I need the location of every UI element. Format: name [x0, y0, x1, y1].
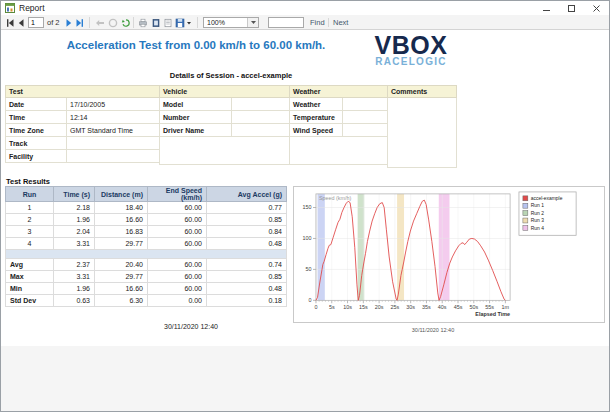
cell: 3: [6, 226, 54, 238]
cell: 0.85: [207, 271, 287, 283]
export-button[interactable]: [174, 17, 193, 28]
svg-text:40s: 40s: [438, 304, 447, 310]
cell: Avg: [6, 259, 54, 271]
summary-row: Max3.3129.7760.000.85: [6, 271, 287, 283]
separator-cell: [6, 250, 287, 259]
find-button[interactable]: Find: [310, 18, 325, 27]
stop-rendering-button[interactable]: [107, 17, 119, 28]
field-value: [232, 111, 291, 124]
report-window: Report of 2 100% Find Next: [0, 0, 610, 412]
cell: 6.30: [95, 295, 148, 307]
svg-text:50: 50: [306, 266, 312, 272]
cell: 1: [6, 202, 54, 214]
maximize-button[interactable]: [559, 1, 584, 15]
svg-text:Run 2: Run 2: [531, 211, 544, 216]
comments-group-header: Comments: [388, 86, 457, 98]
session-heading: Details of Session - accel-example: [5, 71, 457, 80]
session-vehicle-table: Vehicle Model Number Driver Name: [159, 85, 291, 165]
cell: Max: [6, 271, 54, 283]
report-page: Acceleration Test from 0.00 km/h to 60.0…: [1, 30, 609, 411]
page-count-label: of 2: [47, 18, 60, 27]
cell: 60.00: [148, 271, 207, 283]
test-group-header: Test: [6, 86, 161, 98]
cell: 60.00: [148, 202, 207, 214]
cell: 0.74: [207, 259, 287, 271]
session-comments-table: Comments: [387, 85, 457, 168]
next-button[interactable]: Next: [333, 18, 348, 27]
field-label: Track: [6, 137, 67, 150]
cell: 1.96: [54, 214, 95, 226]
field-value: [343, 98, 389, 111]
summary-row: Min1.9616.6060.000.48: [6, 283, 287, 295]
zoom-select[interactable]: 100%: [203, 17, 259, 28]
toolbar-separator: [133, 17, 134, 28]
refresh-button[interactable]: [120, 17, 132, 28]
svg-text:0: 0: [314, 304, 317, 310]
svg-text:Elapsed Time: Elapsed Time: [475, 311, 510, 317]
column-header: End Speed (km/h): [148, 187, 207, 202]
session-row: Weather: [290, 98, 389, 111]
previous-page-button[interactable]: [15, 17, 27, 28]
cell: 60.00: [148, 226, 207, 238]
report-title: Acceleration Test from 0.00 km/h to 60.0…: [11, 39, 381, 51]
svg-text:150: 150: [303, 204, 312, 210]
toolbar-separator: [197, 17, 198, 28]
summary-row: Std Dev0.636.300.000.18: [6, 295, 287, 307]
session-row: [160, 137, 291, 165]
results-row: 21.9616.6060.000.85: [6, 214, 287, 226]
cell: 2.18: [54, 202, 95, 214]
session-row: [388, 98, 457, 168]
field-label: Weather: [290, 98, 343, 111]
page-background-end: [1, 346, 609, 411]
separator-row: [6, 250, 287, 259]
cell: 16.60: [95, 283, 148, 295]
minimize-button[interactable]: [534, 1, 559, 15]
cell: 29.77: [95, 238, 148, 250]
vbox-racelogic-logo: VBOX RACELOGIC: [364, 33, 458, 67]
field-label: Facility: [6, 150, 67, 163]
field-label: Driver Name: [160, 124, 232, 137]
cell: 3.31: [54, 238, 95, 250]
svg-text:10s: 10s: [343, 304, 352, 310]
svg-text:45s: 45s: [454, 304, 463, 310]
cell: 16.60: [95, 214, 148, 226]
empty-cell: [160, 137, 291, 165]
field-value: 17/10/2005: [67, 98, 161, 111]
svg-text:accel-example: accel-example: [531, 196, 563, 201]
session-test-table: Test Date17/10/2005 Time12:14 Time ZoneG…: [5, 85, 161, 163]
print-button[interactable]: [137, 17, 149, 28]
logo-racelogic-text: RACELOGIC: [364, 57, 458, 67]
field-label: Number: [160, 111, 232, 124]
svg-text:35s: 35s: [422, 304, 431, 310]
back-button[interactable]: [94, 17, 106, 28]
page-number-input[interactable]: [28, 17, 44, 28]
svg-text:15s: 15s: [359, 304, 368, 310]
window-controls: [534, 1, 609, 15]
cell: 0.48: [207, 238, 287, 250]
comments-value: [388, 98, 457, 168]
page-setup-button[interactable]: [162, 17, 174, 28]
titlebar: Report: [1, 1, 609, 15]
session-row: Temperature: [290, 111, 389, 124]
chart-timestamp: 30/11/2020 12:40: [293, 327, 573, 333]
results-row: 43.3129.7760.000.48: [6, 238, 287, 250]
column-header: Run: [6, 187, 54, 202]
cell: Min: [6, 283, 54, 295]
cell: 16.83: [95, 226, 148, 238]
svg-text:100: 100: [303, 235, 312, 241]
svg-text:50s: 50s: [469, 304, 478, 310]
find-input[interactable]: [268, 17, 304, 28]
field-label: Time: [6, 111, 67, 124]
logo-vbox-text: VBOX: [364, 33, 458, 58]
cell: 60.00: [148, 259, 207, 271]
print-layout-button[interactable]: [150, 17, 162, 28]
close-button[interactable]: [584, 1, 609, 15]
last-page-button[interactable]: [74, 17, 86, 28]
cell: 0.85: [207, 214, 287, 226]
svg-text:30s: 30s: [406, 304, 415, 310]
results-table: Run Time (s) Distance (m) End Speed (km/…: [5, 186, 287, 307]
session-row: Facility: [6, 150, 161, 163]
svg-text:0: 0: [309, 297, 312, 303]
zoom-value: 100%: [204, 19, 247, 26]
field-value: [232, 124, 291, 137]
